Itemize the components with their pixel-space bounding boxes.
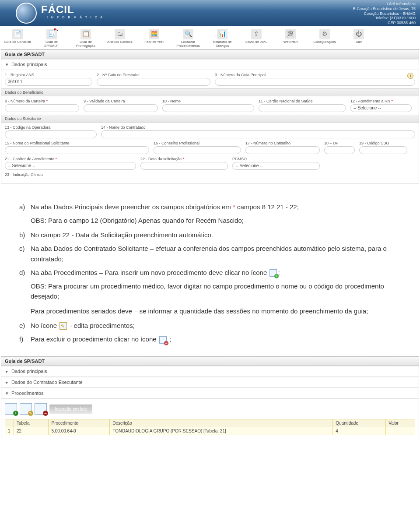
accordion-procedimentos[interactable]: ▾ Procedimentos bbox=[1, 388, 419, 399]
select-atend-rn[interactable] bbox=[350, 104, 412, 112]
table-row[interactable]: 1 22 5.00.00.64-0 FONOAUDIOLOGIA GRUPO (… bbox=[5, 427, 415, 435]
info-icon[interactable]: i bbox=[407, 73, 413, 79]
input-codigo-operadora[interactable] bbox=[5, 130, 97, 138]
toolbar-item-10[interactable]: ⏻Sair bbox=[345, 29, 373, 48]
toolbar-item-1[interactable]: 🧾Guia de SP/SADT↖ bbox=[38, 29, 66, 48]
toolbar-icon: 🕸 bbox=[285, 29, 296, 39]
accordion-label: Dados principais bbox=[11, 369, 47, 374]
col-quantidade: Quantidade bbox=[333, 419, 386, 427]
input-numero-guia-principal[interactable] bbox=[215, 78, 415, 86]
list-key: b) bbox=[19, 230, 31, 240]
label-data-solicitacao: 22 - Data da solicitação * bbox=[140, 157, 228, 161]
chevron-down-icon: ▾ bbox=[6, 390, 10, 396]
list-key: e) bbox=[19, 320, 31, 331]
group-beneficiario: Dados do Beneficiário bbox=[1, 88, 419, 96]
col-descricao: Descrição bbox=[110, 419, 333, 427]
input-numero-guia-prestador[interactable] bbox=[97, 78, 210, 86]
accordion-dados-principais[interactable]: ▸ Dados principais bbox=[1, 366, 419, 377]
toolbar-label: Configurações bbox=[313, 40, 336, 44]
list-key: a) bbox=[19, 202, 31, 212]
toolbar-item-9[interactable]: ⚙Configurações bbox=[311, 29, 339, 48]
col-tabela: Tabela bbox=[14, 419, 49, 427]
cell-desc: FONOAUDIOLOGIA GRUPO (POR SESSAO) [Tabel… bbox=[110, 427, 333, 435]
input-conselho[interactable] bbox=[154, 146, 241, 154]
input-cns[interactable] bbox=[259, 104, 346, 112]
toolbar-label: FacFatPrest bbox=[144, 40, 164, 44]
label-pcmso: PCMSO bbox=[232, 157, 320, 161]
input-num-conselho[interactable] bbox=[245, 146, 320, 154]
label-conselho: 16 - Conselho Profissional bbox=[154, 141, 241, 145]
label-numero-guia-principal: 3 - Número da Guia Principal bbox=[215, 73, 415, 77]
cell-qtd: 4 bbox=[333, 427, 386, 435]
toolbar-item-7[interactable]: ⇪Envio de XML bbox=[242, 29, 270, 48]
toolbar-icon: 🧮 bbox=[149, 29, 159, 39]
label-nome-contratado: 14 - Nome do Contratado bbox=[101, 125, 415, 130]
select-carater-atend[interactable] bbox=[5, 162, 136, 170]
proc-edit-button[interactable]: ✎ bbox=[20, 403, 32, 415]
label-uf: 18 – UF bbox=[324, 141, 355, 145]
input-validade-carteira[interactable] bbox=[84, 104, 158, 112]
obs-procurar-proc: OBS: Para procurar um procedimento médic… bbox=[31, 281, 402, 302]
input-nome-contratado[interactable] bbox=[101, 130, 415, 138]
label-registro-ans: 1 - Registro ANS bbox=[5, 73, 92, 77]
input-registro-ans[interactable] bbox=[5, 78, 92, 86]
toolbar-item-6[interactable]: 📊Relatório de Serviços bbox=[208, 29, 236, 48]
label-numero-carteira: 8 - Número da Carteira * bbox=[5, 99, 79, 103]
input-cbo[interactable] bbox=[359, 146, 407, 154]
input-nome-profissional[interactable] bbox=[5, 146, 149, 154]
toolbar-item-8[interactable]: 🕸WebPlan bbox=[276, 29, 304, 48]
accordion-label: Procedimentos bbox=[11, 390, 43, 396]
list-key: c) bbox=[19, 243, 31, 264]
toolbar-item-5[interactable]: 🔍Localizar Procedimentos bbox=[174, 29, 202, 48]
label-codigo-operadora: 13 - Código na Operadora bbox=[5, 125, 97, 130]
input-nome[interactable] bbox=[162, 104, 254, 112]
input-numero-carteira[interactable] bbox=[5, 104, 79, 112]
chevron-down-icon: ▾ bbox=[6, 62, 10, 67]
toolbar-label: Guia de Prorrogação bbox=[72, 40, 100, 48]
toolbar-label: Anexos Clínicos bbox=[107, 40, 132, 44]
proc-add-button[interactable]: + bbox=[5, 403, 17, 415]
input-uf[interactable] bbox=[324, 146, 355, 154]
window-guia-spsadt-lower: Guia de SP/SADT ▸ Dados principais ▸ Dad… bbox=[1, 356, 419, 438]
proc-delete-button[interactable]: – bbox=[35, 403, 47, 415]
instruction-text: a) Na aba Dados Principais deve preenche… bbox=[0, 190, 420, 357]
brand-banner: FÁCIL I N F O R M Á T I C A Fácil Inform… bbox=[0, 0, 420, 26]
toolbar-label: Sair bbox=[356, 40, 362, 44]
label-numero-guia-prestador: 2 - Nº Guia no Prestador bbox=[97, 73, 210, 77]
cell-proc: 5.00.00.64-0 bbox=[49, 427, 110, 435]
cell-tabela: 22 bbox=[14, 427, 49, 435]
label-cns: 11 - Cartão Nacional de Saúde bbox=[259, 99, 346, 103]
select-pcmso[interactable] bbox=[232, 162, 320, 170]
toolbar-label: Localizar Procedimentos bbox=[174, 40, 202, 48]
toolbar-item-2[interactable]: 📋Guia de Prorrogação bbox=[72, 29, 100, 48]
label-nome: 10 - Nome bbox=[162, 99, 254, 103]
main-toolbar: 📄Guia de Consulta🧾Guia de SP/SADT↖📋Guia … bbox=[0, 26, 420, 49]
window-title: Guia de SP/SADT bbox=[1, 50, 419, 59]
company-info: Fácil Informática R.Coração Eucarístico … bbox=[353, 2, 416, 25]
input-data-solicitacao[interactable] bbox=[140, 162, 228, 170]
accordion-contratado-executante[interactable]: ▸ Dados do Contratado Executante bbox=[1, 377, 419, 388]
window-title: Guia de SP/SADT bbox=[1, 357, 419, 366]
label-atend-rn: 12 - Atendimento a RN * bbox=[350, 99, 412, 103]
toolbar-icon: 📊 bbox=[217, 29, 228, 39]
edit-icon bbox=[60, 322, 67, 330]
toolbar-icon: 📋 bbox=[80, 29, 91, 39]
proc-bulk-insert-button[interactable]: Inserção em lote bbox=[49, 404, 92, 414]
toolbar-item-0[interactable]: 📄Guia de Consulta bbox=[4, 29, 32, 48]
list-key: f) bbox=[19, 334, 31, 344]
accordion-dados-principais[interactable]: ▾ Dados principais bbox=[1, 59, 419, 70]
toolbar-label: Envio de XML bbox=[245, 40, 267, 44]
chevron-right-icon: ▸ bbox=[6, 369, 10, 374]
toolbar-label: Guia de SP/SADT bbox=[38, 40, 66, 48]
toolbar-item-4[interactable]: 🧮FacFatPrest bbox=[140, 29, 168, 48]
toolbar-item-3[interactable]: 🗂Anexos Clínicos bbox=[106, 29, 134, 48]
col-valor: Valor bbox=[386, 419, 415, 427]
delete-icon bbox=[159, 336, 167, 344]
group-solicitante: Dados do Solicitante bbox=[1, 115, 419, 123]
accordion-label: Dados do Contratado Executante bbox=[11, 380, 83, 385]
chevron-right-icon: ▸ bbox=[6, 380, 10, 385]
label-cbo: 19 - Código CBO bbox=[359, 141, 407, 145]
toolbar-icon: ⚙ bbox=[319, 29, 330, 39]
brand-sub: I N F O R M Á T I C A bbox=[47, 16, 104, 19]
label-carater-atend: 21 - Caráter do Atendimento * bbox=[5, 157, 136, 161]
